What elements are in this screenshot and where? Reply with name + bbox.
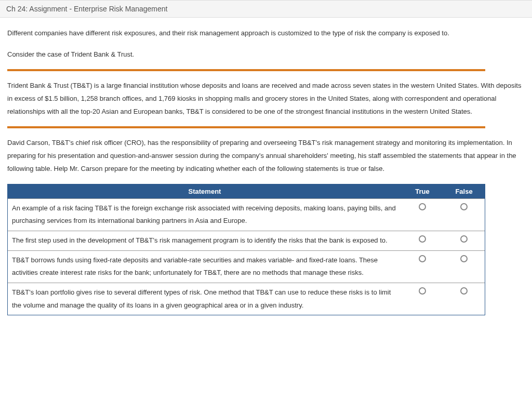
statement-cell: The first step used in the development o… (8, 231, 402, 250)
table-row: An example of a risk facing TB&T is the … (8, 198, 485, 231)
radio-false[interactable] (460, 235, 468, 243)
page-header: Ch 24: Assignment - Enterprise Risk Mana… (0, 0, 532, 18)
column-header-statement: Statement (8, 184, 402, 198)
false-cell (443, 199, 485, 214)
radio-true[interactable] (419, 287, 426, 295)
table-row: TB&T borrows funds using fixed-rate depo… (8, 250, 485, 283)
radio-false[interactable] (460, 255, 468, 262)
divider (7, 69, 485, 71)
statement-cell: TB&T's loan portfolio gives rise to seve… (8, 283, 402, 315)
true-cell (402, 283, 443, 298)
column-header-true: True (402, 184, 443, 198)
column-header-false: False (443, 184, 485, 198)
true-cell (402, 231, 443, 246)
description-paragraph: Trident Bank & Trust (TB&T) is a large f… (7, 79, 525, 118)
table-row: The first step used in the development o… (8, 231, 485, 250)
instruction-paragraph: David Carson, TB&T's chief risk officer … (7, 137, 525, 175)
true-cell (402, 251, 443, 266)
false-cell (443, 251, 485, 266)
false-cell (443, 283, 485, 298)
radio-false[interactable] (460, 287, 468, 295)
statement-cell: TB&T borrows funds using fixed-rate depo… (8, 251, 402, 283)
content-area: Different companies have different risk … (0, 18, 532, 321)
divider (7, 126, 485, 128)
statement-cell: An example of a risk facing TB&T is the … (8, 199, 402, 231)
radio-true[interactable] (419, 235, 426, 243)
table-header-row: Statement True False (8, 184, 485, 198)
page-title: Ch 24: Assignment - Enterprise Risk Mana… (6, 5, 167, 13)
intro-paragraph: Different companies have different risk … (7, 27, 525, 40)
false-cell (443, 231, 485, 246)
radio-false[interactable] (460, 203, 468, 210)
radio-true[interactable] (419, 255, 426, 262)
table-row: TB&T's loan portfolio gives rise to seve… (8, 283, 485, 315)
radio-true[interactable] (419, 203, 426, 210)
consider-paragraph: Consider the case of Trident Bank & Trus… (7, 48, 525, 61)
true-cell (402, 199, 443, 214)
statement-table: Statement True False An example of a ris… (7, 184, 485, 316)
